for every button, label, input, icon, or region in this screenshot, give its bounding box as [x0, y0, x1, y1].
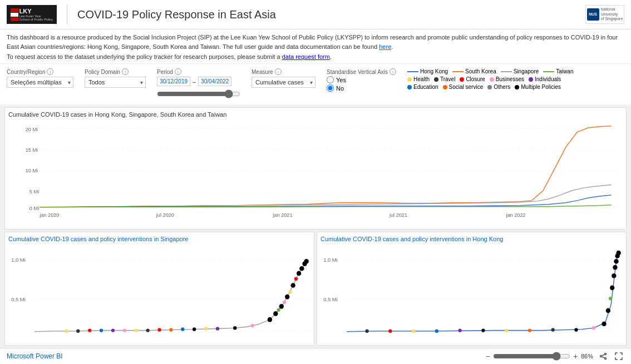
standardise-control: Standardise Vertical Axis i Yes No [327, 68, 396, 92]
legend-hong-kong: Hong Kong [407, 68, 448, 74]
health-dot-icon [407, 77, 412, 82]
legend-section: Hong Kong South Korea Singapore Taiwan [407, 68, 573, 90]
sg-dot-2 [76, 329, 80, 332]
country-select[interactable]: Seleções múltiplas [7, 77, 73, 88]
here-link[interactable]: here [379, 43, 391, 50]
data-request-link[interactable]: data request form [282, 53, 330, 60]
top-chart-title: Cumulative COVID-19 cases in Hong Kong, … [8, 111, 623, 118]
hong-kong-line-icon [407, 71, 418, 72]
sg-y-1mi: 1,0 Mi [11, 257, 26, 263]
policy-select-wrapper: Todos [85, 77, 146, 88]
standardise-no-radio[interactable] [327, 84, 334, 92]
header: LKY Lee Kuan Yew School of Public Policy… [0, 0, 631, 29]
sg-dot-4 [100, 328, 103, 332]
hk-y-05mi: 0,5 Mi [323, 296, 338, 302]
hongkong-chart-svg: 1,0 Mi 0,5 Mi [321, 245, 623, 341]
hk-dot-6 [481, 328, 485, 332]
measure-select-wrapper: Cumulative cases [252, 77, 316, 88]
page-title: COVID-19 Policy Response in East Asia [77, 8, 276, 21]
sg-dot-7 [135, 328, 138, 332]
south-korea-line-icon [452, 71, 464, 72]
sg-dot-5 [111, 328, 115, 332]
zoom-control: − + 86% [485, 352, 593, 361]
sg-dot-19 [277, 308, 280, 312]
period-start-date: 30/12/2019 [157, 77, 190, 86]
sg-dot-29 [304, 259, 309, 264]
standardise-info-icon[interactable]: i [390, 68, 396, 75]
zoom-percent: 86% [581, 353, 593, 360]
education-dot-icon [407, 85, 412, 89]
info-section: This dashboard is a resource produced by… [0, 29, 631, 64]
period-end-date: 30/04/2022 [198, 77, 231, 86]
standardise-yes-label[interactable]: Yes [327, 76, 396, 83]
lky-logo: LKY Lee Kuan Yew School of Public Policy [7, 5, 57, 24]
sg-dot-10 [169, 328, 172, 331]
x-jan2021: jan 2021 [272, 212, 292, 218]
singapore-line-icon [501, 71, 512, 72]
svg-point-2 [605, 358, 607, 360]
individuals-dot-icon [529, 77, 533, 82]
legend-south-korea: South Korea [452, 68, 496, 74]
period-separator: – [193, 78, 196, 85]
period-slider[interactable] [157, 89, 240, 98]
legend-closure: Closure [460, 76, 485, 82]
sg-dot-6 [123, 328, 126, 332]
hk-dot-13 [606, 308, 610, 313]
travel-dot-icon [434, 77, 438, 82]
period-info-icon[interactable]: i [175, 68, 181, 75]
hk-dot-18 [614, 259, 618, 264]
standardise-yes-radio[interactable] [327, 76, 334, 83]
bottom-charts-row: Cumulative COVID-19 cases and policy int… [4, 232, 627, 346]
singapore-chart-svg: 1,0 Mi 0,5 Mi [8, 245, 310, 341]
y-label-0mi: 0 Mi [29, 206, 39, 211]
legend-social-service: Social service [443, 84, 484, 90]
south-korea-line [40, 126, 611, 207]
standardise-radio-group: Yes No [327, 76, 396, 92]
fullscreen-button[interactable] [613, 351, 624, 362]
hk-dot-9 [551, 328, 555, 331]
measure-label: Measure i [252, 68, 316, 75]
charts-area: Cumulative COVID-19 cases in Hong Kong, … [0, 105, 631, 348]
policy-select[interactable]: Todos [85, 77, 146, 88]
measure-select[interactable]: Cumulative cases [252, 77, 316, 88]
policy-control: Policy Domain i Todos [85, 68, 146, 88]
zoom-plus-button[interactable]: + [573, 352, 579, 361]
hongkong-chart: Cumulative COVID-19 cases and policy int… [317, 232, 627, 346]
hk-dot-15 [610, 286, 614, 291]
zoom-slider[interactable] [493, 352, 570, 361]
main-container: LKY Lee Kuan Yew School of Public Policy… [0, 0, 631, 364]
sg-dot-23 [288, 290, 292, 293]
svg-line-3 [602, 355, 605, 356]
period-label: Period i [157, 68, 240, 75]
bottom-bar: Microsoft Power BI − + 86% [0, 348, 631, 364]
legend-others: Others [487, 84, 510, 90]
y-label-5mi: 5 Mi [29, 189, 39, 195]
hk-dot-17 [613, 265, 617, 270]
period-dates: 30/12/2019 – 30/04/2022 [157, 77, 240, 86]
measure-info-icon[interactable]: i [275, 68, 282, 75]
sg-cases-line [34, 261, 308, 332]
sg-dot-21 [283, 301, 286, 304]
legend-education: Education [407, 84, 438, 90]
powerbi-link[interactable]: Microsoft Power BI [7, 352, 63, 360]
social-service-dot-icon [443, 85, 447, 89]
legend-domains-row2: Education Social service Others Multiple… [407, 84, 573, 90]
period-slider-wrapper [157, 89, 240, 100]
sg-dot-24 [290, 283, 295, 288]
hk-dot-1 [365, 329, 368, 332]
hk-dot-10 [574, 328, 578, 331]
zoom-minus-button[interactable]: − [485, 352, 491, 361]
hk-dot-12 [602, 321, 606, 326]
closure-dot-icon [460, 77, 464, 82]
svg-point-0 [605, 353, 607, 355]
legend-health: Health [407, 76, 430, 82]
country-info-icon[interactable]: i [47, 68, 53, 75]
legend-domains-row1: Health Travel Closure Businesses Individ… [407, 76, 573, 82]
x-jan2022: jan 2022 [505, 212, 525, 218]
share-button[interactable] [598, 351, 609, 362]
sg-dot-15 [233, 326, 236, 330]
policy-info-icon[interactable]: i [122, 68, 129, 75]
sg-dot-13 [204, 327, 208, 330]
legend-countries-row: Hong Kong South Korea Singapore Taiwan [407, 68, 573, 74]
standardise-no-label[interactable]: No [327, 84, 396, 92]
